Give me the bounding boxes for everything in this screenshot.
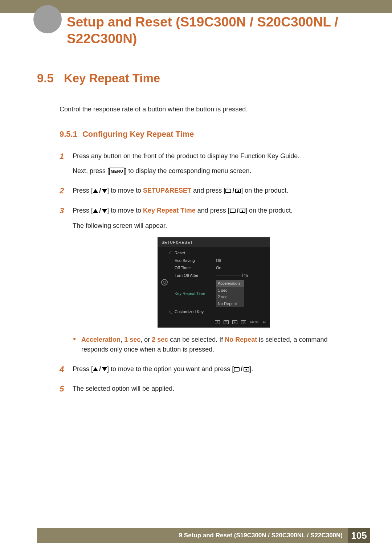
- osd-footer-power-icon: ⏻: [262, 320, 266, 324]
- step-body: Press [/] to move to SETUP&RESET and pre…: [73, 185, 355, 201]
- page-content: 9.5 Key Repeat Time Control the response…: [0, 48, 392, 399]
- step-text: Press any button on the front of the pro…: [73, 151, 355, 161]
- rect-icon: [230, 209, 236, 213]
- osd-footer-down-icon: ▾: [224, 320, 229, 324]
- triangle-down-icon: [102, 209, 107, 213]
- section-heading: 9.5 Key Repeat Time: [37, 69, 355, 87]
- osd-footer-auto: AUTO: [250, 320, 258, 324]
- osd-footer-enter-icon: ▭: [241, 320, 246, 324]
- step-2: 2 Press [/] to move to SETUP&RESET and p…: [60, 185, 355, 201]
- step-text: Press [/] to move to the option you want…: [73, 364, 355, 374]
- osd-footer: ◂ ▾ ▴ ▭ AUTO ⏻: [158, 319, 270, 327]
- osd-row-eco: Eco Saving:Off: [175, 257, 268, 264]
- osd-footer-back-icon: ◂: [215, 320, 220, 324]
- enter-icon: [244, 367, 249, 372]
- osd-screenshot: SETUP&RESET Reset Eco Saving:Off Off Tim…: [158, 237, 270, 328]
- page-number: 105: [348, 528, 370, 543]
- gear-icon: [161, 279, 168, 286]
- step-number: 5: [60, 383, 66, 399]
- subsection-heading: 9.5.1 Configuring Key Repeat Time: [60, 128, 355, 140]
- target-label: SETUP&RESET: [143, 187, 191, 194]
- step-number: 2: [60, 185, 66, 201]
- step-body: Press any button on the front of the pro…: [73, 150, 355, 181]
- triangle-down-icon: [102, 189, 107, 193]
- chapter-title: Setup and Reset (S19C300N / S20C300NL / …: [37, 13, 392, 48]
- bullet-note: • Acceleration, 1 sec, or 2 sec can be s…: [73, 335, 355, 354]
- triangle-up-icon: [93, 189, 98, 193]
- step-text: Next, press [MENU] to display the corres…: [73, 166, 355, 176]
- up-down-icon: /: [93, 186, 107, 196]
- steps-list: 1 Press any button on the front of the p…: [60, 150, 355, 399]
- step-text: The following screen will appear.: [73, 221, 355, 231]
- bullet-text: Acceleration, 1 sec, or 2 sec can be sel…: [81, 335, 355, 354]
- source-enter-icon: /: [225, 186, 241, 196]
- step-number: 3: [60, 205, 66, 360]
- step-1: 1 Press any button on the front of the p…: [60, 150, 355, 181]
- osd-row-offtimer: Off Timer:On: [175, 264, 268, 272]
- osd-dropdown-item: 1 sec: [216, 287, 244, 294]
- menu-button-icon: MENU: [109, 168, 124, 175]
- step-4: 4 Press [/] to move to the option you wa…: [60, 363, 355, 379]
- step-3: 3 Press [/] to move to Key Repeat Time a…: [60, 205, 355, 360]
- header-area: Setup and Reset (S19C300N / S20C300NL / …: [0, 13, 392, 48]
- triangle-up-icon: [93, 209, 98, 213]
- enter-icon: [240, 209, 245, 213]
- rect-icon: [225, 189, 231, 193]
- osd-dropdown-item: 2 sec: [216, 294, 244, 300]
- section-title: Key Repeat Time: [64, 69, 160, 87]
- step-text: Press [/] to move to SETUP&RESET and pre…: [73, 186, 355, 196]
- bullet-icon: •: [73, 335, 76, 354]
- osd-curve-icon: [169, 251, 173, 314]
- step-text: Press [/] to move to Key Repeat Time and…: [73, 206, 355, 216]
- triangle-up-icon: [93, 367, 98, 371]
- step-5: 5 The selected option will be applied.: [60, 383, 355, 399]
- osd-row-turnoff: Turn Off After:4h: [175, 272, 268, 279]
- osd-dropdown-selected: Acceleration: [216, 280, 244, 287]
- subsection-title: Configuring Key Repeat Time: [82, 128, 194, 140]
- source-enter-icon: /: [230, 206, 245, 216]
- section-number: 9.5: [37, 69, 54, 87]
- up-down-icon: /: [93, 364, 107, 374]
- subsection-number: 9.5.1: [60, 128, 77, 140]
- target-label: Key Repeat Time: [143, 207, 196, 214]
- osd-dropdown-item: No Repeat: [216, 300, 244, 307]
- osd-row-keyrepeat: Key Repeat Time: Acceleration 1 sec 2 se…: [175, 279, 268, 308]
- osd-row-reset: Reset: [175, 249, 268, 257]
- step-number: 4: [60, 363, 66, 379]
- step-body: The selected option will be applied.: [73, 383, 355, 399]
- step-number: 1: [60, 150, 66, 181]
- osd-slider-icon: [216, 275, 241, 275]
- osd-title: SETUP&RESET: [158, 238, 270, 247]
- osd-footer-up-icon: ▴: [232, 320, 237, 324]
- section-intro: Control the response rate of a button wh…: [60, 104, 355, 114]
- source-enter-icon: /: [234, 364, 249, 374]
- page-footer: 9 Setup and Reset (S19C300N / S20C300NL …: [0, 528, 392, 554]
- enter-icon: [235, 189, 241, 193]
- step-text: The selected option will be applied.: [73, 384, 355, 394]
- step-body: Press [/] to move to Key Repeat Time and…: [73, 205, 355, 360]
- triangle-down-icon: [102, 367, 107, 371]
- step-body: Press [/] to move to the option you want…: [73, 363, 355, 379]
- footer-chapter-text: 9 Setup and Reset (S19C300N / S20C300NL …: [179, 532, 348, 539]
- rect-icon: [234, 367, 240, 372]
- osd-row-custom: Customized Key: [175, 308, 268, 316]
- up-down-icon: /: [93, 206, 107, 216]
- osd-dropdown: Acceleration 1 sec 2 sec No Repeat: [216, 280, 244, 307]
